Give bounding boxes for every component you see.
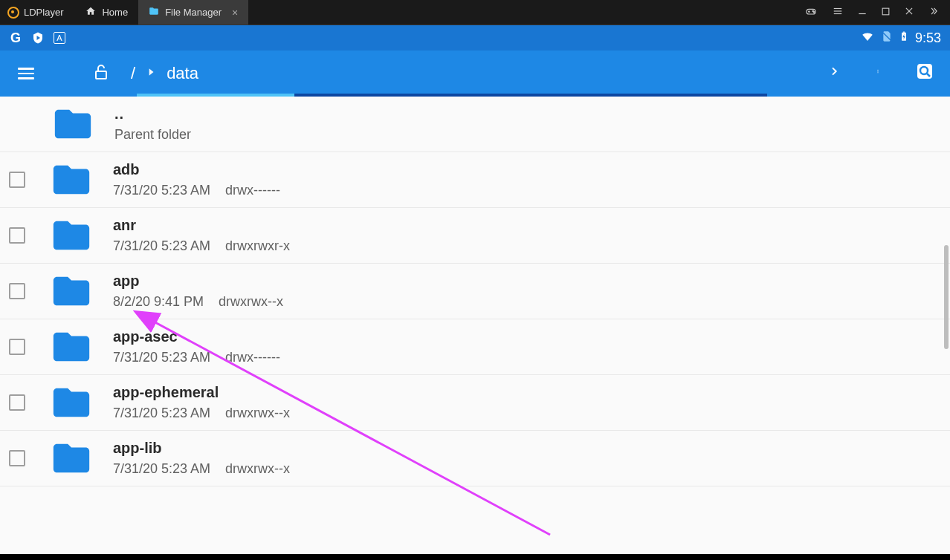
forward-button[interactable] xyxy=(828,64,840,83)
folder-name: app xyxy=(113,273,283,290)
menu-drawer-button[interactable] xyxy=(13,63,39,84)
no-sim-icon xyxy=(881,30,893,47)
close-tab-button[interactable]: × xyxy=(232,7,238,19)
file-list[interactable]: .. Parent folder adb 7/31/20 5:23 AMdrwx… xyxy=(0,97,950,554)
maximize-button[interactable] xyxy=(881,6,891,19)
row-checkbox[interactable] xyxy=(9,283,25,299)
brand-label: LDPlayer xyxy=(24,7,63,18)
folder-meta: 7/31/20 5:23 AMdrwx------ xyxy=(113,350,280,365)
gamepad-icon[interactable] xyxy=(804,5,818,19)
svg-rect-15 xyxy=(903,31,905,32)
breadcrumb[interactable]: / data xyxy=(131,64,198,83)
home-icon xyxy=(85,6,96,19)
row-checkbox[interactable] xyxy=(9,172,25,188)
svg-point-19 xyxy=(877,70,878,71)
chevron-right-icon xyxy=(146,66,156,82)
folder-icon xyxy=(43,437,100,480)
parent-folder-row[interactable]: .. Parent folder xyxy=(0,97,950,152)
menu-icon[interactable] xyxy=(832,6,844,19)
wifi-icon xyxy=(860,30,875,47)
svg-rect-17 xyxy=(96,71,106,79)
svg-point-4 xyxy=(813,12,814,13)
minimize-button[interactable] xyxy=(857,6,867,19)
tab-home[interactable]: Home xyxy=(75,0,138,25)
row-checkbox[interactable] xyxy=(9,450,25,466)
folder-icon xyxy=(43,325,100,368)
folder-name: app-lib xyxy=(113,440,290,457)
close-window-button[interactable] xyxy=(904,6,914,19)
folder-icon xyxy=(43,158,100,201)
breadcrumb-current[interactable]: data xyxy=(167,64,198,83)
google-g-icon: G xyxy=(9,31,22,45)
folder-meta: 7/31/20 5:23 AMdrwxrwx--x xyxy=(113,406,290,421)
overflow-menu-button[interactable] xyxy=(876,63,880,84)
folder-icon xyxy=(43,381,100,424)
search-button[interactable] xyxy=(916,62,934,85)
ldplayer-logo-icon xyxy=(7,7,19,19)
svg-marker-18 xyxy=(149,68,154,75)
parent-sub: Parent folder xyxy=(114,127,191,143)
folder-name: app-asec xyxy=(113,328,280,345)
expand-icon[interactable] xyxy=(928,6,940,19)
battery-charging-icon xyxy=(899,29,909,48)
tab-home-label: Home xyxy=(102,7,128,18)
bottom-bar xyxy=(0,554,950,560)
svg-rect-9 xyxy=(882,8,889,15)
play-protect-icon xyxy=(31,31,45,45)
row-checkbox[interactable] xyxy=(9,339,25,355)
folder-icon xyxy=(43,270,100,313)
app-toolbar: / data xyxy=(0,51,950,97)
folder-name: adb xyxy=(113,161,280,178)
scrollbar-thumb[interactable] xyxy=(944,245,949,349)
app-brand: LDPlayer xyxy=(0,7,75,19)
folder-meta: 8/2/20 9:41 PMdrwxrwx--x xyxy=(113,294,283,310)
window-controls xyxy=(804,5,950,19)
folder-name: anr xyxy=(113,217,290,234)
folder-meta: 7/31/20 5:23 AMdrwxrwx--x xyxy=(113,461,290,477)
folder-name: app-ephemeral xyxy=(113,384,290,401)
row-checkbox[interactable] xyxy=(9,227,25,244)
svg-point-21 xyxy=(877,72,878,73)
folder-row[interactable]: app-lib 7/31/20 5:23 AMdrwxrwx--x xyxy=(0,431,950,486)
folder-row[interactable]: app 8/2/20 9:41 PMdrwxrwx--x xyxy=(0,264,950,319)
folder-icon xyxy=(45,102,101,146)
folder-row[interactable]: app-asec 7/31/20 5:23 AMdrwx------ xyxy=(0,319,950,375)
svg-point-20 xyxy=(877,71,878,71)
status-time: 9:53 xyxy=(915,30,941,46)
tab-fm-label: File Manager xyxy=(165,7,222,18)
android-status-bar: G A 9:53 xyxy=(0,25,950,51)
parent-name: .. xyxy=(114,105,191,123)
folder-icon xyxy=(43,214,100,257)
folder-icon xyxy=(149,6,159,19)
row-checkbox[interactable] xyxy=(9,394,25,411)
folder-row[interactable]: app-ephemeral 7/31/20 5:23 AMdrwxrwx--x xyxy=(0,375,950,431)
lock-open-icon[interactable] xyxy=(92,62,110,85)
window-tab-bar: LDPlayer Home File Manager × xyxy=(0,0,950,25)
keyboard-a-icon: A xyxy=(54,32,65,44)
folder-meta: 7/31/20 5:23 AMdrwxrwxr-x xyxy=(113,238,290,254)
breadcrumb-root[interactable]: / xyxy=(131,64,135,83)
tab-file-manager[interactable]: File Manager × xyxy=(138,0,248,25)
folder-row[interactable]: adb 7/31/20 5:23 AMdrwx------ xyxy=(0,152,950,208)
folder-row[interactable]: anr 7/31/20 5:23 AMdrwxrwxr-x xyxy=(0,208,950,264)
folder-meta: 7/31/20 5:23 AMdrwx------ xyxy=(113,183,280,198)
